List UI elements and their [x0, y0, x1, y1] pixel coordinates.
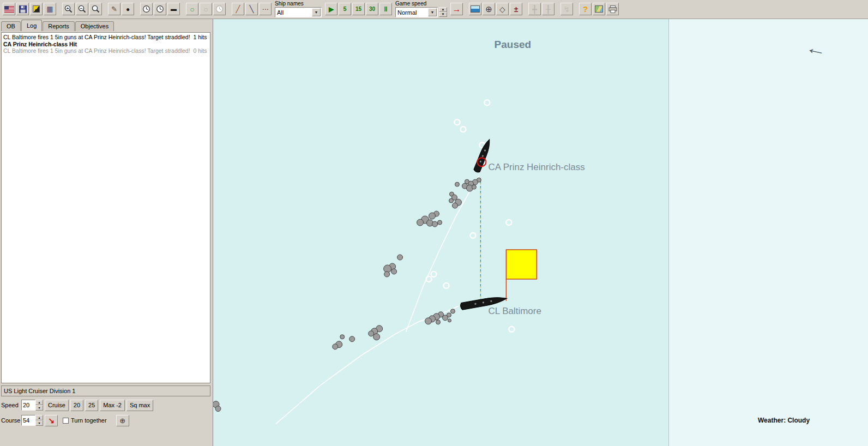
gray-ring-icon[interactable]: ○: [200, 3, 212, 15]
smoke-puff: [340, 335, 345, 339]
turn-together-label: Turn together: [71, 417, 107, 424]
speed-input[interactable]: [21, 400, 35, 411]
speed-25-button[interactable]: 25: [85, 400, 98, 411]
air-ops-icon[interactable]: ╂: [542, 3, 554, 15]
game-speed-select[interactable]: Normal ▼: [395, 7, 438, 17]
toolbar: ▦+−✎●▬○○╱╲⋯ Ship names All ▼ ▶51530‖ Gam…: [0, 0, 868, 19]
tab-ob[interactable]: OB: [1, 21, 21, 31]
compass-icon: ⊕: [119, 417, 125, 424]
formation-turn-button[interactable]: ⊕: [116, 415, 129, 426]
zoom-out-icon[interactable]: −: [76, 3, 88, 15]
clock-icon[interactable]: [140, 3, 153, 15]
weather-text: Weather: Cloudy: [758, 415, 855, 426]
lightning-icon[interactable]: ↯: [560, 3, 573, 15]
scenario-icon[interactable]: [30, 3, 43, 15]
speed-up-icon[interactable]: ▴: [35, 400, 43, 405]
shell-splash: [460, 126, 466, 132]
division-panel: US Light Cruiser Division 1 Speed ▴ ▾ Cr…: [0, 385, 213, 427]
map-canvas[interactable]: CA Prinz Heinrich-classCL BaltimorePause…: [213, 19, 668, 446]
log-entry: CL Baltimore fires 1 5in guns at CA Prin…: [3, 47, 208, 55]
signal-icon[interactable]: ◇: [496, 3, 509, 15]
dropdown-arrow-icon[interactable]: ▼: [312, 8, 321, 16]
smoke-puff: [417, 219, 424, 226]
course-up-icon[interactable]: ▴: [35, 415, 43, 420]
toolbar-gap: [135, 9, 140, 9]
battle-log[interactable]: CL Baltimore fires 1 5in guns at CA Prin…: [1, 32, 210, 383]
objective-box[interactable]: [506, 250, 537, 279]
minimap-icon[interactable]: [593, 3, 605, 15]
pause-button[interactable]: ‖: [379, 3, 392, 15]
wind-arrow-icon: ←: [804, 38, 828, 60]
print-icon[interactable]: [606, 3, 619, 15]
checkbox-icon[interactable]: [63, 418, 69, 424]
tab-objectives[interactable]: Objectives: [75, 21, 114, 31]
gray-clock-icon[interactable]: [213, 3, 226, 15]
flagship-order-icon[interactable]: →: [450, 3, 463, 15]
speed-cruise-button[interactable]: Cruise: [45, 400, 69, 411]
speed-down-icon[interactable]: ▾: [35, 405, 43, 411]
run-1-button[interactable]: ▶: [325, 3, 337, 15]
smoke-puff: [373, 334, 380, 340]
help-icon[interactable]: ?: [579, 3, 592, 15]
tab-bar: OB Log Reports Objectives: [0, 19, 213, 31]
tactical-map[interactable]: CA Prinz Heinrich-classCL BaltimorePause…: [213, 19, 668, 446]
smoke-puff: [397, 255, 403, 260]
aa-fire-icon[interactable]: ╋: [528, 3, 541, 15]
save-icon[interactable]: [16, 3, 29, 15]
run-15-button[interactable]: 15: [352, 3, 365, 15]
turn-together-checkbox[interactable]: Turn together: [63, 417, 107, 424]
toolbar-gap: [574, 9, 578, 9]
course-input[interactable]: [21, 415, 35, 426]
shell-splash: [509, 327, 514, 332]
shell-splash: [470, 233, 475, 238]
zoom-in-icon[interactable]: +: [62, 3, 75, 15]
speed-sqmax-button[interactable]: Sq max: [126, 400, 153, 411]
run-5-button[interactable]: 5: [339, 3, 351, 15]
dropdown-arrow-icon[interactable]: ▼: [428, 8, 437, 16]
ship-label: CA Prinz Heinrich-class: [488, 162, 584, 172]
minus-icon[interactable]: ▬: [167, 3, 180, 15]
gun-action-icon[interactable]: ±: [510, 3, 522, 15]
spinner-down-icon[interactable]: ▼: [439, 12, 447, 17]
smoke-puff: [452, 203, 457, 208]
course-row: Course ▴ ▾ ↘ Turn together ⊕: [0, 413, 213, 427]
smoke-puff: [472, 185, 476, 189]
info-panel: ← Weather: Cloudy Wind: Gentle breeze EN…: [668, 19, 868, 446]
grenade-icon[interactable]: ●: [122, 3, 134, 15]
draw-line-icon[interactable]: ╱: [232, 3, 244, 15]
compass-icon[interactable]: ⊕: [483, 3, 495, 15]
dots-icon[interactable]: ⋯: [259, 3, 272, 15]
toolbar-gap: [226, 9, 231, 9]
pencil-icon[interactable]: ✎: [108, 3, 120, 15]
zoom-area-icon[interactable]: [89, 3, 102, 15]
speed-max-button[interactable]: Max -2: [100, 400, 125, 411]
smoke-puff: [349, 336, 355, 342]
smoke-puff: [436, 320, 441, 324]
toolbar-gap: [57, 9, 62, 9]
stopwatch-icon[interactable]: [154, 3, 166, 15]
shell-splash: [506, 220, 511, 225]
speed-20-button[interactable]: 20: [70, 400, 83, 411]
smoke-puff: [448, 319, 451, 322]
tab-log[interactable]: Log: [21, 20, 42, 31]
log-entry: CL Baltimore fires 1 5in guns at CA Prin…: [3, 34, 208, 41]
red-arrow-icon: ↘: [48, 417, 55, 424]
roster-icon[interactable]: ▦: [44, 3, 56, 15]
us-flag-icon[interactable]: [3, 3, 15, 15]
bridge-view-icon[interactable]: [469, 3, 481, 15]
spinner-up-icon[interactable]: ▲: [439, 7, 447, 12]
draw-pen-icon[interactable]: ╲: [245, 3, 258, 15]
smoke-puff: [425, 318, 432, 324]
ship-names-group: Ship names All ▼: [275, 1, 322, 17]
smoke-puff: [432, 221, 438, 227]
left-panel: OB Log Reports Objectives CL Baltimore f…: [0, 19, 213, 446]
ship-names-label: Ship names: [275, 1, 322, 7]
toolbar-gap: [463, 9, 468, 9]
tab-reports[interactable]: Reports: [43, 21, 75, 31]
set-course-button[interactable]: ↘: [45, 415, 58, 426]
run-30-button[interactable]: 30: [366, 3, 378, 15]
green-ring-icon[interactable]: ○: [186, 3, 198, 15]
ship-names-select[interactable]: All ▼: [275, 7, 322, 17]
course-down-icon[interactable]: ▾: [35, 420, 43, 426]
smoke-puff: [391, 269, 397, 274]
